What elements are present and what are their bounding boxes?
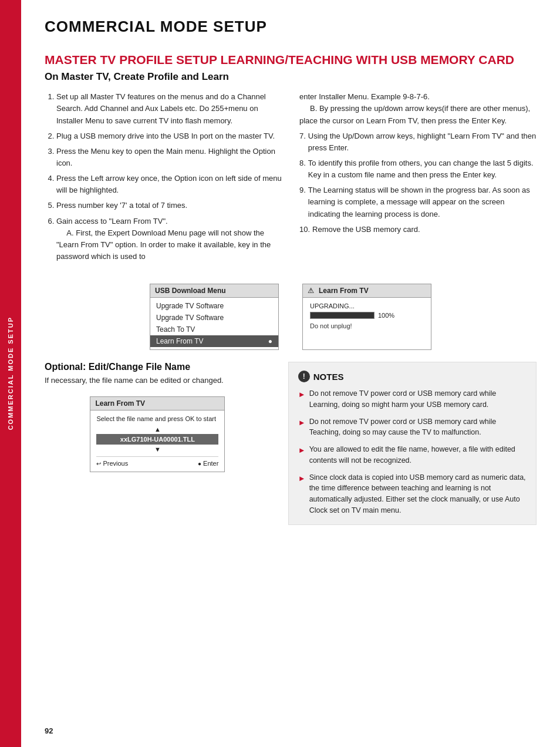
progress-bar-fill (311, 312, 374, 318)
page-number: 92 (45, 726, 53, 735)
step-7: 7.Using the Up/Down arrow keys, highligh… (299, 130, 537, 154)
steps-two-col: Set up all Master TV features on the men… (45, 91, 537, 266)
learn-dialog-body: UPGRADING... 100% Do not unplug! (303, 298, 431, 334)
usb-menu-header: USB Download Menu (150, 284, 278, 298)
do-not-unplug: Do not unplug! (310, 322, 424, 329)
file-selector-desc: Select the file name and press OK to sta… (96, 415, 218, 422)
progress-bar-row: 100% (310, 312, 424, 319)
notes-box: ! NOTES ► Do not remove TV power cord or… (288, 362, 537, 525)
prev-label: Previous (103, 460, 128, 467)
file-selector-down-arrow: ▼ (96, 446, 218, 453)
usb-menu-body: Upgrade TV Software Upgrade TV Software … (150, 298, 278, 349)
file-selector-filename[interactable]: xxLG710H-UA00001.TLL (96, 434, 218, 445)
subsection-heading: On Master TV, Create Profile and Learn (45, 71, 537, 83)
warning-icon (308, 287, 316, 295)
usb-menu-item-3: Teach To TV (150, 324, 278, 335)
previous-button[interactable]: ↩ Previous (96, 460, 128, 467)
main-content: COMMERCIAL MODE SETUP MASTER TV PROFILE … (21, 0, 560, 747)
step-1: Set up all Master TV features on the men… (56, 91, 282, 126)
note-text-4: Since clock data is copied into USB memo… (309, 472, 527, 516)
enter-icon: ● (198, 460, 201, 467)
enter-button[interactable]: ● Enter (198, 460, 218, 467)
step-6: Gain access to "Learn From TV". A. First… (56, 216, 282, 263)
arrow-icon-4: ► (298, 473, 306, 516)
arrow-icon-3: ► (298, 445, 306, 466)
page-title: COMMERCIAL MODE SETUP (45, 18, 537, 36)
learn-dialog-title: Learn From TV (319, 287, 369, 295)
notes-list: ► Do not remove TV power cord or USB mem… (298, 388, 527, 516)
page-container: COMMERCIAL MODE SETUP COMMERCIAL MODE SE… (0, 0, 560, 747)
usb-menu-item-1: Upgrade TV Software (150, 300, 278, 312)
notes-icon: ! (298, 371, 310, 382)
note-text-1: Do not remove TV power cord or USB memor… (309, 388, 527, 410)
usb-menu-item-2: Upgrade TV Software (150, 312, 278, 324)
sidebar: COMMERCIAL MODE SETUP (0, 0, 21, 747)
step-9: 9.The Learning status will be shown in t… (299, 184, 537, 220)
steps-col-left: Set up all Master TV features on the men… (45, 91, 282, 266)
sidebar-label: COMMERCIAL MODE SETUP (7, 317, 14, 430)
step-5: Press number key '7' a total of 7 times. (56, 200, 282, 211)
optional-description: If necessary, the file name can be edite… (45, 376, 271, 385)
usb-menu-title: USB Download Menu (155, 287, 226, 295)
progress-percent: 100% (378, 312, 394, 319)
learn-status: UPGRADING... (310, 302, 424, 309)
arrow-icon-2: ► (298, 417, 306, 439)
progress-bar-bg (310, 312, 375, 319)
learn-dialog-header: Learn From TV (303, 284, 431, 298)
note-item-3: ► You are allowed to edit the file name,… (298, 444, 527, 466)
file-selector-up-arrow: ▲ (96, 426, 218, 433)
usb-menu-item-4: Learn From TV ● (150, 335, 278, 347)
steps-list-right: enter Installer Menu. Example 9-8-7-6. B… (299, 91, 537, 235)
note-text-2: Do not remove TV power cord or USB memor… (309, 416, 527, 439)
steps-col-right: enter Installer Menu. Example 9-8-7-6. B… (299, 91, 537, 266)
section-heading: MASTER TV PROFILE SETUP LEARNING/TEACHIN… (45, 52, 537, 68)
step-8: 8.To identify this profile from others, … (299, 157, 537, 181)
note-item-1: ► Do not remove TV power cord or USB mem… (298, 388, 527, 410)
step-10: 10.Remove the USB memory card. (299, 224, 537, 235)
file-selector-header: Learn From TV (90, 397, 224, 410)
file-selector-body: Select the file name and press OK to sta… (90, 410, 224, 472)
prev-icon: ↩ (96, 460, 101, 467)
arrow-icon-1: ► (298, 389, 306, 410)
optional-heading: Optional: Edit/Change File Name (45, 362, 271, 372)
step-6b: enter Installer Menu. Example 9-8-7-6. B… (299, 91, 537, 126)
step-2: Plug a USB memory drive into the USB In … (56, 130, 282, 142)
bottom-two-col: Optional: Edit/Change File Name If neces… (45, 362, 537, 525)
optional-section: Optional: Edit/Change File Name If neces… (45, 362, 271, 525)
notes-title: NOTES (313, 372, 344, 382)
enter-label: Enter (203, 460, 218, 467)
file-selector-box: Learn From TV Select the file name and p… (90, 396, 225, 472)
note-text-3: You are allowed to edit the file name, h… (309, 444, 527, 466)
ui-screenshots-row: USB Download Menu Upgrade TV Software Up… (45, 284, 537, 350)
notes-section: ! NOTES ► Do not remove TV power cord or… (288, 362, 537, 525)
note-item-4: ► Since clock data is copied into USB me… (298, 472, 527, 516)
steps-list-left: Set up all Master TV features on the men… (45, 91, 282, 263)
file-selector-footer: ↩ Previous ● Enter (96, 456, 218, 467)
step-3: Press the Menu key to open the Main menu… (56, 146, 282, 169)
note-item-2: ► Do not remove TV power cord or USB mem… (298, 416, 527, 439)
step-4: Press the Left arrow key once, the Optio… (56, 173, 282, 196)
learn-from-tv-dialog: Learn From TV UPGRADING... 100% Do not u… (302, 284, 431, 350)
notes-heading: ! NOTES (298, 371, 527, 382)
usb-download-menu: USB Download Menu Upgrade TV Software Up… (150, 284, 279, 350)
